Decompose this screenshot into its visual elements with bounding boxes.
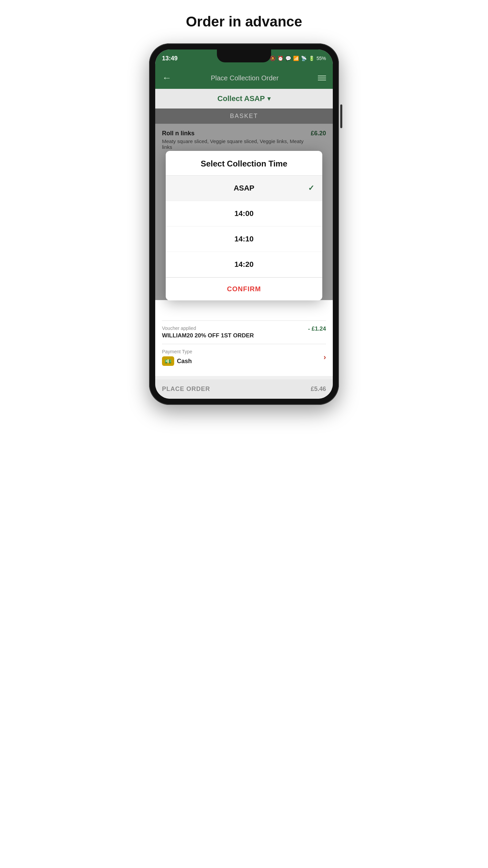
hamburger-line-3 <box>318 80 326 80</box>
collect-asap-label: Collect ASAP <box>218 94 265 103</box>
voucher-details: Voucher applied WILLIAM20 20% OFF 1ST OR… <box>162 326 254 339</box>
status-bar: 13:49 🔕 ⏰ 💬 📶 📡 🔋 55% <box>155 50 333 67</box>
bottom-area: Voucher applied WILLIAM20 20% OFF 1ST OR… <box>155 300 333 376</box>
collect-chevron-icon: ▾ <box>267 95 270 102</box>
place-order-price: £5.46 <box>311 386 326 393</box>
signal-icon: 📶 <box>293 56 299 61</box>
voucher-code: WILLIAM20 20% OFF 1ST ORDER <box>162 332 254 339</box>
time-option-1400-label: 14:00 <box>235 209 253 218</box>
time-option-1400[interactable]: 14:00 <box>166 201 322 226</box>
header-title: Place Collection Order <box>211 74 279 82</box>
back-button[interactable]: ← <box>162 73 171 83</box>
payment-row[interactable]: Payment Type 💵 Cash › <box>162 344 326 371</box>
battery-icon: 🔋 <box>309 56 314 61</box>
modal-overlay: Select Collection Time ASAP ✓ 14:00 14:1… <box>155 124 333 300</box>
payment-label: Payment Type <box>162 349 192 354</box>
time-option-1410[interactable]: 14:10 <box>166 226 322 252</box>
phone-screen: 13:49 🔕 ⏰ 💬 📶 📡 🔋 55% ← Place Collection… <box>155 50 333 399</box>
payment-chevron-icon: › <box>324 353 326 362</box>
time-option-1420-label: 14:20 <box>235 260 253 269</box>
hamburger-line-2 <box>318 78 326 78</box>
page-title: Order in advance <box>186 14 302 30</box>
basket-bar: BASKET <box>155 108 333 124</box>
time-option-asap[interactable]: ASAP ✓ <box>166 176 322 201</box>
status-icons: 🔕 ⏰ 💬 📶 📡 🔋 55% <box>270 56 326 61</box>
hamburger-line-1 <box>318 76 326 76</box>
alarm-icon: ⏰ <box>278 56 283 61</box>
time-option-asap-label: ASAP <box>233 184 254 193</box>
time-option-1410-label: 14:10 <box>235 235 253 243</box>
modal-title: Select Collection Time <box>166 151 322 175</box>
power-button <box>340 104 342 128</box>
voucher-amount: - £1.24 <box>308 326 326 332</box>
status-time: 13:49 <box>162 55 178 62</box>
time-option-1420[interactable]: 14:20 <box>166 252 322 277</box>
voucher-label: Voucher applied <box>162 326 254 331</box>
cash-icon: 💵 <box>162 356 174 366</box>
check-icon: ✓ <box>308 184 314 193</box>
payment-method: 💵 Cash <box>162 356 192 366</box>
notch <box>217 50 271 62</box>
modal-confirm-row: CONFIRM <box>166 277 322 300</box>
wifi-icon: 📡 <box>301 56 307 61</box>
basket-label: BASKET <box>230 113 258 119</box>
place-order-label: PLACE ORDER <box>162 386 210 393</box>
place-order-bar[interactable]: PLACE ORDER £5.46 <box>155 379 333 399</box>
whatsapp-icon: 💬 <box>285 56 291 61</box>
app-header: ← Place Collection Order <box>155 67 333 89</box>
payment-method-text: Cash <box>177 358 192 365</box>
phone-frame: 13:49 🔕 ⏰ 💬 📶 📡 🔋 55% ← Place Collection… <box>149 43 339 405</box>
collect-bar[interactable]: Collect ASAP ▾ <box>155 89 333 108</box>
order-area: Roll n links Meaty square sliced, Veggie… <box>155 124 333 300</box>
confirm-button[interactable]: CONFIRM <box>227 285 261 293</box>
collection-time-modal: Select Collection Time ASAP ✓ 14:00 14:1… <box>166 151 322 300</box>
payment-details: Payment Type 💵 Cash <box>162 349 192 366</box>
hamburger-menu[interactable] <box>318 76 326 80</box>
battery-percent: 55% <box>317 56 326 61</box>
voucher-row: Voucher applied WILLIAM20 20% OFF 1ST OR… <box>162 320 326 344</box>
collect-asap-button[interactable]: Collect ASAP ▾ <box>218 94 271 103</box>
